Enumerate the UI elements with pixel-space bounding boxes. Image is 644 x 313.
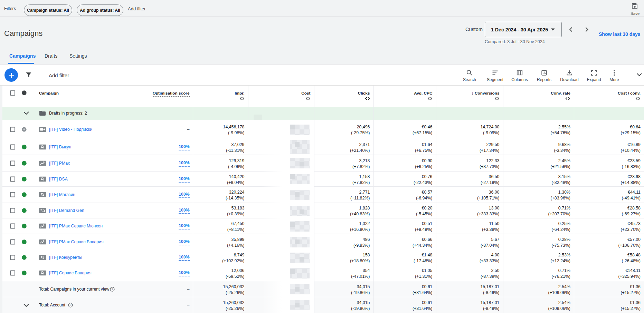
svg-text:?: ? [70, 303, 72, 307]
svg-text:?: ? [112, 287, 113, 291]
